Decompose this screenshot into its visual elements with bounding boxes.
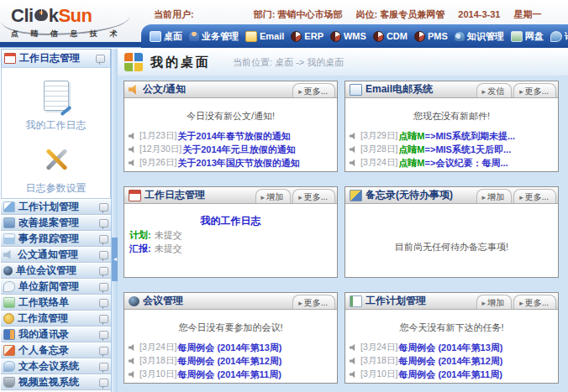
panel-title: 工作日志管理 [145, 188, 205, 202]
panel-tab-1[interactable]: 更多... [513, 189, 556, 203]
nav-item-label: 桌面 [164, 30, 182, 43]
pin-icon[interactable] [99, 363, 108, 371]
panel-item: [3月24日]点睛M=>会议纪要：每周... [349, 156, 555, 170]
panel-header: 备忘录(无待办事项)增加更多... [345, 187, 558, 204]
panel-center-link[interactable]: 我的工作日志 [128, 214, 334, 228]
pin-icon[interactable] [99, 267, 108, 275]
panel-tab-1[interactable]: 更多... [292, 189, 335, 203]
item-date: [3月28日] [360, 144, 397, 155]
pin-icon[interactable] [99, 203, 108, 212]
pin-icon[interactable] [99, 283, 108, 291]
pin-icon[interactable] [99, 219, 108, 227]
panel-tab-0[interactable]: 增加 [476, 295, 513, 309]
nav-item-netdisk[interactable]: 网盘 [511, 30, 544, 43]
sidebar-item-addressbook[interactable]: 我的通讯录 [1, 327, 111, 342]
sidebar-item-tracking[interactable]: 事务跟踪管理 [1, 231, 111, 247]
sidebar-item-proposal[interactable]: 改善提案管理 [1, 215, 111, 231]
panel-body: 您今天没有新下达的任务![3月24日]每周例会 (2014年第13周)[3月18… [345, 310, 558, 383]
item-link[interactable]: 每周例会 (2014年第13周) [398, 342, 502, 354]
status-label: 汇报: [129, 243, 151, 253]
position-text: 岗位: 客服专员兼网管 [356, 9, 445, 19]
panel-tab-label: 发信 [487, 86, 504, 96]
brand-tagline: 点 睛 信 息 技 术 [11, 29, 123, 39]
item-sender[interactable]: 点睛M [398, 157, 424, 170]
sidebar-item-video-monitor[interactable]: 视频监视系统 [1, 374, 111, 390]
pin-icon[interactable] [99, 347, 108, 355]
item-date: [3月18日] [360, 355, 397, 367]
mouse-logo-icon [34, 9, 48, 21]
pin-icon[interactable] [99, 315, 108, 323]
item-link[interactable]: 关于2014年元旦放假的通知 [182, 144, 295, 156]
panel-tab-label: 增加 [487, 298, 504, 307]
page-title: 我的桌面 [150, 55, 211, 71]
item-date: [3月29日] [360, 130, 397, 142]
item-link[interactable]: 关于2014年春节放假的通知 [177, 130, 290, 143]
addressbook-icon [3, 329, 15, 340]
panel-tab-1[interactable]: 更多... [513, 83, 556, 97]
pin-icon[interactable] [99, 379, 108, 387]
item-link[interactable]: 关于2013年国庆节放假的通知 [177, 157, 299, 170]
nav-item-business[interactable]: 业务管理 [189, 30, 239, 43]
item-link[interactable]: 每周例会 (2014年第12周) [177, 355, 281, 368]
item-link[interactable]: =>会议纪要：每周... [425, 157, 508, 170]
workflow-icon [3, 313, 14, 324]
calendar-icon [129, 190, 141, 201]
panel-tab-0[interactable]: 更多... [292, 83, 335, 97]
sidebar-item-work-plan[interactable]: 工作计划管理 [1, 199, 111, 215]
panel-body: 您现在没有新邮件![3月29日]点睛M=>MIS系统到期未提...[3月28日]… [345, 98, 558, 171]
speaker-small-icon [129, 146, 137, 154]
sidebar-item-unit-meeting[interactable]: 单位会议管理 [1, 263, 111, 279]
sidebar-panel-header[interactable]: 工作日志管理 [1, 49, 111, 68]
panel-tab-0[interactable]: 增加 [255, 189, 292, 203]
item-link[interactable]: 每周例会 (2014年第13周) [177, 342, 281, 354]
current-user-label: 当前用户: [154, 9, 194, 19]
panel-item: [3月29日]点睛M=>MIS系统到期未提... [349, 129, 555, 143]
panel-tab-0[interactable]: 发信 [476, 83, 513, 97]
panel-tab-1[interactable]: 更多... [513, 295, 556, 309]
panel-item: [3月18日]每周例会 (2014年第12周) [349, 354, 555, 368]
panel-title: 备忘录(无待办事项) [366, 188, 453, 202]
plan-panel-icon [350, 295, 362, 307]
panel-tab-0[interactable]: 更多... [292, 295, 335, 309]
nav-item-wms[interactable]: WMS [330, 31, 366, 42]
panel-tabs: 增加更多... [254, 187, 335, 203]
sidebar-item-text-meeting[interactable]: 文本会议系统 [1, 358, 111, 374]
pin-icon[interactable] [99, 331, 108, 339]
item-sender[interactable]: 点睛M [398, 144, 424, 156]
sidebar-shortcut-my-worklog[interactable]: 我的工作日志 [26, 81, 87, 133]
item-link[interactable]: 每周例会 (2014年第12周) [398, 355, 502, 368]
speaker-icon [129, 85, 139, 95]
pin-icon[interactable] [99, 299, 108, 307]
sidebar-item-contact-sheet[interactable]: 工作联络单 [1, 295, 111, 311]
nav-item-desktop[interactable]: 桌面 [150, 30, 182, 43]
pin-icon[interactable] [99, 235, 108, 243]
sidebar-item-personal-memo[interactable]: 个人备忘录 [1, 342, 111, 358]
nav-item-erp[interactable]: ERP [291, 31, 323, 42]
logo-text-cli: Cli [11, 5, 34, 26]
nav-item-knowledge[interactable]: 知识管理 [455, 30, 504, 43]
nav-item-pms[interactable]: PMS [414, 31, 448, 42]
pin-icon[interactable] [99, 251, 108, 259]
sidebar-shortcuts: 我的工作日志日志参数设置 [1, 68, 111, 199]
item-link[interactable]: 每周例会 (2014年第11周) [177, 368, 281, 381]
nav-item-cdm[interactable]: CDM [373, 31, 408, 42]
sidebar-shortcut-log-settings[interactable]: 日志参数设置 [26, 145, 87, 196]
pin-icon[interactable] [96, 55, 105, 63]
status-value: 未提交 [155, 243, 182, 253]
nav-item-email[interactable]: Email [245, 31, 284, 42]
panel-tab-0[interactable]: 增加 [476, 189, 513, 203]
logo-text-k: k [49, 5, 59, 26]
shortcut-label: 日志参数设置 [26, 181, 87, 196]
nav-item-forum[interactable]: 论坛 [550, 30, 568, 43]
memo-panel: 备忘录(无待办事项)增加更多...目前尚无任何待办备忘事项! [344, 186, 559, 278]
panel-grid: 公文/通知更多...今日没有新公文/通知![1月23日]关于2014年春节放假的… [124, 81, 568, 384]
sidebar-item-workflow[interactable]: 工作流管理 [1, 311, 111, 327]
item-sender[interactable]: 点睛M [398, 130, 424, 143]
item-link[interactable]: =>MIS系统1天后即... [425, 144, 512, 156]
sidebar-item-notice[interactable]: 公文通知管理 [1, 247, 111, 263]
item-link[interactable]: 每周例会 (2014年第11周) [398, 368, 502, 381]
panel-header: 会议管理更多... [124, 293, 337, 310]
nav-item-label: 知识管理 [467, 30, 504, 43]
item-link[interactable]: =>MIS系统到期未提... [425, 130, 516, 143]
sidebar-item-unit-news[interactable]: 单位新闻管理 [1, 279, 111, 295]
